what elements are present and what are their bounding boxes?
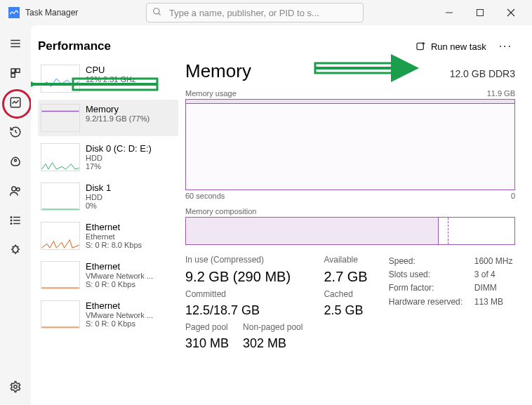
resource-sub1: VMware Network ... <box>86 311 153 319</box>
resource-name: Ethernet <box>86 261 153 272</box>
cached-value: 2.5 GB <box>324 303 367 318</box>
hw-row: Form factor:DIMM <box>389 281 513 295</box>
sparkline <box>41 104 80 132</box>
resource-name: Memory <box>86 104 149 114</box>
sparkline <box>41 261 80 289</box>
resource-name: CPU <box>86 65 136 75</box>
minimize-button[interactable] <box>434 2 465 23</box>
resource-card-disk-0-c-d-e-[interactable]: Disk 0 (C: D: E:)HDD17% <box>38 139 178 175</box>
details-icon[interactable] <box>8 213 22 227</box>
hw-row: Speed:1600 MHz <box>389 255 513 268</box>
resource-sub1: 9.2/11.9 GB (77%) <box>86 114 149 123</box>
resource-sub2: S: 0 R: 0 Kbps <box>86 280 153 288</box>
inuse-value: 9.2 GB (290 MB) <box>185 269 302 285</box>
hw-row: Slots used:3 of 4 <box>389 268 513 281</box>
resource-card-ethernet[interactable]: EthernetVMware Network ...S: 0 R: 0 Kbps <box>38 296 178 333</box>
svg-rect-10 <box>11 69 15 72</box>
search-placeholder: Type a name, publisher, or PID to s... <box>169 8 319 18</box>
search-icon <box>152 7 162 19</box>
svg-point-1 <box>154 8 159 13</box>
services-icon[interactable] <box>8 243 22 257</box>
svg-point-16 <box>15 159 17 161</box>
resource-name: Disk 1 <box>86 182 111 193</box>
resource-card-memory[interactable]: Memory9.2/11.9 GB (77%) <box>38 100 178 136</box>
svg-line-15 <box>15 132 17 133</box>
resource-sub1: 12% 2.31 GHz <box>86 75 136 84</box>
resource-sub1: Ethernet <box>86 232 142 241</box>
memory-composition-graph <box>185 217 515 245</box>
svg-rect-29 <box>41 105 79 131</box>
startup-icon[interactable] <box>8 154 22 168</box>
resource-sub2: 0% <box>86 201 111 210</box>
resource-sub1: HDD <box>86 193 111 201</box>
more-button[interactable]: ··· <box>493 40 518 53</box>
usage-label: Memory usage <box>185 89 237 98</box>
resource-sub2: 17% <box>86 162 152 171</box>
search-input[interactable]: Type a name, publisher, or PID to s... <box>146 3 364 22</box>
processes-icon[interactable] <box>8 66 22 80</box>
resource-sub1: VMware Network ... <box>86 272 153 280</box>
performance-icon[interactable] <box>8 95 22 109</box>
resource-sub2: S: 0 R: 0 Kbps <box>86 319 153 328</box>
sparkline <box>41 65 80 93</box>
resource-card-disk-1[interactable]: Disk 1HDD0% <box>38 178 178 215</box>
app-icon <box>8 7 20 18</box>
detail-title: Memory <box>185 60 251 82</box>
svg-rect-26 <box>417 43 423 49</box>
sparkline <box>41 182 80 211</box>
nav-rail <box>0 25 31 405</box>
svg-point-24 <box>11 223 12 225</box>
resource-name: Ethernet <box>86 222 142 232</box>
run-new-task-button[interactable]: Run new task <box>408 38 493 55</box>
resource-sub2: S: 0 R: 8.0 Kbps <box>86 241 142 249</box>
hardware-table: Speed:1600 MHzSlots used:3 of 4Form fact… <box>389 255 513 351</box>
window-title: Task Manager <box>25 8 78 18</box>
nonpaged-value: 302 MB <box>243 336 302 351</box>
svg-point-17 <box>12 187 16 191</box>
close-button[interactable] <box>496 2 526 23</box>
available-value: 2.7 GB <box>324 269 367 285</box>
resource-card-ethernet[interactable]: EthernetVMware Network ...S: 0 R: 0 Kbps <box>38 257 178 293</box>
sparkline <box>41 222 80 250</box>
composition-label: Memory composition <box>185 207 256 215</box>
committed-value: 12.5/18.7 GB <box>185 303 302 318</box>
maximize-button[interactable] <box>465 2 496 23</box>
usage-max: 11.9 GB <box>487 89 515 98</box>
svg-point-23 <box>11 220 12 221</box>
resource-sub1: HDD <box>86 154 152 162</box>
svg-rect-4 <box>477 10 484 16</box>
resource-card-ethernet[interactable]: EthernetEthernetS: 0 R: 8.0 Kbps <box>38 218 178 254</box>
resource-name: Ethernet <box>86 300 153 311</box>
history-icon[interactable] <box>8 125 22 139</box>
hamburger-icon[interactable] <box>8 36 22 51</box>
resource-name: Disk 0 (C: D: E:) <box>86 143 152 154</box>
svg-rect-12 <box>11 74 15 77</box>
sparkline <box>41 143 80 171</box>
hw-row: Hardware reserved:113 MB <box>389 296 513 309</box>
memory-usage-graph <box>185 99 515 190</box>
svg-rect-13 <box>11 98 20 107</box>
svg-rect-11 <box>16 69 20 72</box>
users-icon[interactable] <box>8 184 22 198</box>
resource-card-cpu[interactable]: CPU12% 2.31 GHz <box>38 60 178 97</box>
svg-point-22 <box>11 217 12 218</box>
resource-list: CPU12% 2.31 GHzMemory9.2/11.9 GB (77%)Di… <box>38 60 178 351</box>
paged-value: 310 MB <box>185 336 229 351</box>
memory-spec: 12.0 GB DDR3 <box>450 68 515 79</box>
page-title: Performance <box>38 39 111 53</box>
sparkline <box>41 300 80 328</box>
settings-icon[interactable] <box>8 380 22 394</box>
svg-point-18 <box>17 188 20 192</box>
svg-line-2 <box>159 13 161 15</box>
svg-point-25 <box>14 385 18 389</box>
